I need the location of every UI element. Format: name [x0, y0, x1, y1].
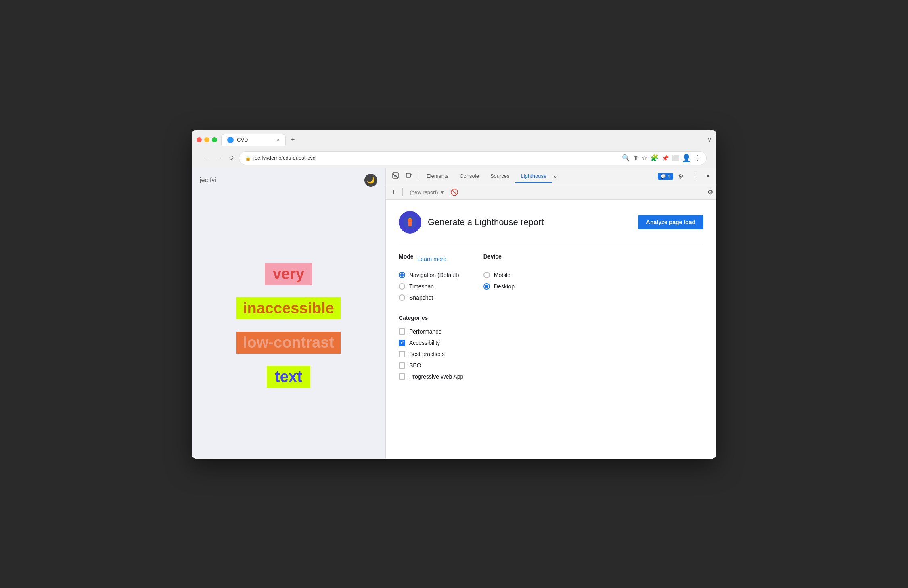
word-lowcontrast: low-contrast [236, 332, 341, 354]
svg-rect-5 [408, 222, 412, 226]
more-tabs-button[interactable]: » [552, 170, 558, 183]
word-text: text [267, 366, 310, 388]
lighthouse-logo [399, 211, 421, 234]
addressbar-row: ← → ↺ 🔒 jec.fyi/demo/cds-quest-cvd 🔍 ⬆ ☆… [197, 149, 711, 168]
category-accessibility[interactable]: Accessibility [399, 337, 703, 348]
category-seo[interactable]: SEO [399, 360, 703, 371]
titlebar-top: 🌐 CVD × + ∨ [197, 134, 711, 149]
inspect-element-button[interactable] [389, 170, 402, 183]
webpage-body: very inaccessible low-contrast text [192, 192, 385, 459]
bookmark-icon[interactable]: ☆ [642, 154, 647, 162]
dark-mode-button[interactable]: 🌙 [364, 174, 377, 187]
mode-snapshot-option[interactable]: Snapshot [399, 292, 459, 303]
category-pwa[interactable]: Progressive Web App [399, 371, 703, 382]
device-toggle-button[interactable] [403, 170, 416, 183]
profile-icon[interactable]: 👤 [682, 154, 691, 163]
lock-icon: 🔒 [245, 155, 251, 161]
seo-checkbox[interactable] [399, 362, 405, 369]
moon-icon: 🌙 [367, 176, 375, 184]
mode-timespan-option[interactable]: Timespan [399, 281, 459, 292]
devtools-tabs: Elements Console Sources Lighthouse » [421, 170, 657, 183]
secondary-settings-icon[interactable]: ⚙ [707, 188, 713, 196]
analyze-page-load-button[interactable]: Analyze page load [638, 215, 703, 229]
device-desktop-option[interactable]: Desktop [483, 281, 515, 292]
accessibility-checkbox[interactable] [399, 340, 405, 346]
mode-device-section: Mode Learn more Navigation (Default) Tim… [399, 253, 703, 303]
menu-icon[interactable]: ⋮ [694, 154, 701, 162]
timespan-radio[interactable] [399, 283, 405, 290]
browser-window: 🌐 CVD × + ∨ ← → ↺ 🔒 jec.fyi/demo/cds-que… [192, 130, 716, 459]
mode-label-row: Mode Learn more [399, 253, 459, 265]
tab-elements[interactable]: Elements [421, 170, 454, 183]
category-best-practices[interactable]: Best practices [399, 348, 703, 360]
mobile-radio[interactable] [483, 272, 490, 278]
url-text: jec.fyi/demo/cds-quest-cvd [253, 155, 316, 161]
lighthouse-header: Generate a Lighthouse report Analyze pag… [399, 211, 703, 234]
devtools-toolbar-right: 💬 4 ⚙ ⋮ × [658, 170, 713, 183]
snapshot-label: Snapshot [409, 294, 433, 301]
devtools-settings-button[interactable]: ⚙ [675, 170, 687, 183]
snapshot-radio[interactable] [399, 294, 405, 301]
browser-titlebar: 🌐 CVD × + ∨ ← → ↺ 🔒 jec.fyi/demo/cds-que… [192, 130, 716, 168]
traffic-lights [197, 137, 217, 142]
browser-content: jec.fyi 🌙 very inaccessible low-contrast… [192, 168, 716, 459]
maximize-traffic-light[interactable] [212, 137, 217, 142]
back-button[interactable]: ← [201, 154, 211, 163]
tab-lighthouse[interactable]: Lighthouse [515, 170, 552, 183]
new-report-label: (new report) [410, 189, 438, 195]
seo-label: SEO [409, 362, 421, 369]
device-column: Device Mobile Desktop [483, 253, 515, 303]
split-view-icon[interactable]: ⬜ [672, 155, 679, 161]
forward-button[interactable]: → [214, 154, 224, 163]
devtools-close-button[interactable]: × [703, 170, 713, 182]
tab-close-button[interactable]: × [277, 137, 280, 143]
desktop-label: Desktop [494, 283, 515, 290]
devtools-secondary-bar: + (new report) ▼ 🚫 ⚙ [386, 185, 716, 200]
active-tab[interactable]: 🌐 CVD × [221, 134, 286, 146]
share-icon[interactable]: ⬆ [633, 154, 638, 162]
tab-label: CVD [237, 137, 248, 143]
navigation-radio[interactable] [399, 272, 405, 278]
word-inaccessible: inaccessible [236, 297, 341, 319]
devtools-toolbar: Elements Console Sources Lighthouse » 💬 … [386, 168, 716, 185]
report-selector[interactable]: (new report) ▼ [407, 188, 448, 197]
profile-pin-icon[interactable]: 📌 [662, 155, 669, 161]
mode-column: Mode Learn more Navigation (Default) Tim… [399, 253, 459, 303]
webpage-header: jec.fyi 🌙 [192, 168, 385, 192]
tab-more-button[interactable]: ∨ [707, 136, 711, 143]
mobile-label: Mobile [494, 272, 510, 278]
new-tab-button[interactable]: + [287, 134, 298, 146]
devtools-more-button[interactable]: ⋮ [688, 170, 701, 183]
svg-rect-1 [406, 173, 410, 177]
best-practices-checkbox[interactable] [399, 351, 405, 357]
performance-checkbox[interactable] [399, 328, 405, 335]
refresh-button[interactable]: ↺ [227, 153, 236, 163]
extension-icon[interactable]: 🧩 [651, 154, 659, 162]
webpage-panel: jec.fyi 🌙 very inaccessible low-contrast… [192, 168, 385, 459]
learn-more-link[interactable]: Learn more [418, 256, 447, 262]
webpage-logo: jec.fyi [200, 177, 216, 184]
lighthouse-title: Generate a Lighthouse report [428, 217, 632, 227]
toolbar-separator [418, 172, 418, 180]
mode-label: Mode [399, 253, 414, 260]
close-traffic-light[interactable] [197, 137, 202, 142]
device-mobile-option[interactable]: Mobile [483, 269, 515, 281]
search-icon[interactable]: 🔍 [622, 154, 630, 162]
svg-rect-2 [411, 174, 412, 177]
tab-console[interactable]: Console [454, 170, 485, 183]
header-divider [399, 245, 703, 245]
pwa-checkbox[interactable] [399, 373, 405, 380]
issues-badge[interactable]: 💬 4 [658, 173, 673, 180]
address-bar[interactable]: 🔒 jec.fyi/demo/cds-quest-cvd 🔍 ⬆ ☆ 🧩 📌 ⬜… [239, 151, 707, 165]
word-very: very [265, 263, 312, 285]
category-performance[interactable]: Performance [399, 326, 703, 337]
devtools-panel: Elements Console Sources Lighthouse » 💬 … [385, 168, 716, 459]
add-report-button[interactable]: + [389, 187, 398, 197]
tab-sources[interactable]: Sources [485, 170, 515, 183]
badge-icon: 💬 [661, 174, 666, 179]
navigation-label: Navigation (Default) [409, 272, 459, 278]
best-practices-label: Best practices [409, 351, 445, 357]
mode-navigation-option[interactable]: Navigation (Default) [399, 269, 459, 281]
minimize-traffic-light[interactable] [204, 137, 209, 142]
desktop-radio[interactable] [483, 283, 490, 290]
